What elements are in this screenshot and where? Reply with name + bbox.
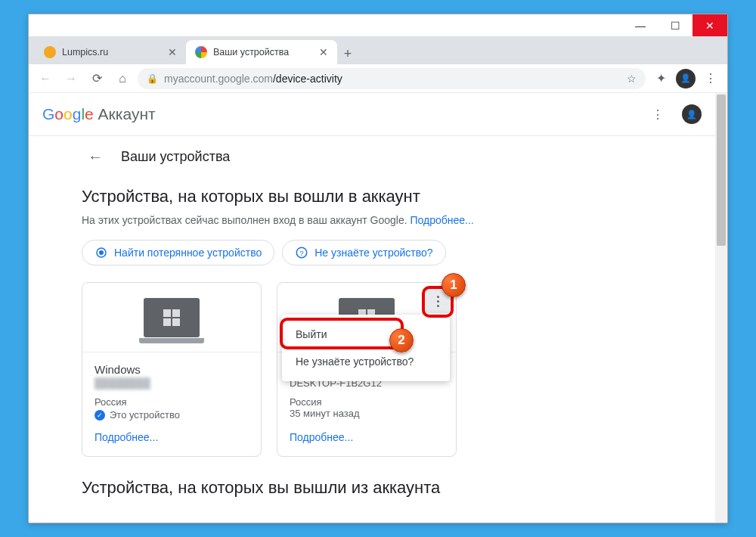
device-sub-blurred: ████████: [94, 377, 249, 389]
device-cards: Windows ████████ Россия ✓ Это устройство…: [82, 282, 670, 457]
lock-icon: 🔒: [147, 73, 158, 84]
maximize-button[interactable]: ☐: [658, 14, 692, 36]
annotation-badge: 2: [389, 328, 414, 352]
home-button[interactable]: ⌂: [112, 68, 133, 89]
page-content: Google Аккаунт ⋮ 👤 ← Ваши устройства Уст…: [29, 93, 727, 523]
device-location: Россия: [94, 396, 249, 408]
sub-header: ← Ваши устройства: [29, 135, 715, 178]
device-more-link[interactable]: Подробнее...: [94, 431, 158, 443]
scroll-thumb[interactable]: [717, 95, 726, 246]
back-button[interactable]: ←: [35, 68, 56, 89]
device-name: Windows: [94, 363, 249, 376]
chrome-menu-icon[interactable]: ⋮: [700, 68, 721, 89]
unknown-device-chip[interactable]: ? Не узнаёте устройство?: [282, 240, 445, 265]
tab-devices[interactable]: Ваши устройства ✕: [186, 40, 337, 64]
window-titlebar: — ☐ ✕: [29, 14, 727, 37]
section2-title: Устройства, на которых вы вышли из аккау…: [82, 478, 670, 498]
section-title: Устройства, на которых вы вошли в аккаун…: [82, 187, 670, 206]
bookmark-icon[interactable]: ☆: [627, 73, 637, 85]
svg-point-1: [100, 251, 104, 255]
new-tab-button[interactable]: +: [337, 43, 358, 64]
device-card[interactable]: Windows ████████ Россия ✓ Это устройство…: [82, 282, 262, 457]
device-location: Россия: [290, 396, 444, 408]
account-avatar[interactable]: 👤: [682, 104, 702, 124]
google-logo[interactable]: Google Аккаунт: [42, 105, 156, 123]
help-icon: ?: [295, 246, 308, 259]
device-card[interactable]: 1 Выйти Не узнаёте устройство? 2 Windows: [277, 282, 457, 457]
tab-title: Ваши устройства: [213, 47, 313, 57]
target-icon: [94, 246, 108, 259]
signout-menuitem[interactable]: Выйти: [282, 321, 450, 348]
browser-window: — ☐ ✕ Lumpics.ru ✕ Ваши устройства ✕ + ←…: [28, 14, 728, 523]
extensions-icon[interactable]: ✦: [650, 71, 671, 85]
annotation-badge: 1: [442, 273, 466, 297]
address-bar: ← → ⟳ ⌂ 🔒 myaccount.google.com/device-ac…: [29, 64, 727, 93]
action-chips: Найти потерянное устройство ? Не узнаёте…: [82, 240, 670, 265]
tab-lumpics[interactable]: Lumpics.ru ✕: [35, 40, 186, 64]
close-button[interactable]: ✕: [692, 14, 727, 36]
back-arrow-icon[interactable]: ←: [42, 148, 103, 166]
close-tab-icon[interactable]: ✕: [168, 46, 177, 58]
header-menu-icon[interactable]: ⋮: [647, 104, 668, 125]
omnibox[interactable]: 🔒 myaccount.google.com/device-activity ☆: [138, 68, 646, 89]
this-device-label: ✓ Это устройство: [94, 409, 249, 421]
tab-strip: Lumpics.ru ✕ Ваши устройства ✕ +: [29, 37, 727, 64]
device-more-link[interactable]: Подробнее...: [290, 431, 353, 443]
close-tab-icon[interactable]: ✕: [319, 46, 328, 58]
check-icon: ✓: [94, 410, 105, 421]
profile-avatar[interactable]: 👤: [676, 69, 696, 88]
section-description: На этих устройствах сейчас выполнен вход…: [82, 214, 670, 226]
google-header: Google Аккаунт ⋮ 👤: [29, 93, 715, 135]
minimize-button[interactable]: —: [623, 14, 658, 36]
svg-text:?: ?: [299, 249, 304, 257]
forward-button[interactable]: →: [60, 68, 82, 89]
device-popup-menu: Выйти Не узнаёте устройство?: [282, 315, 450, 381]
favicon-icon: [44, 46, 56, 58]
url-text: myaccount.google.com/device-activity: [164, 73, 621, 85]
unknown-menuitem[interactable]: Не узнаёте устройство?: [282, 348, 450, 375]
find-device-chip[interactable]: Найти потерянное устройство: [82, 240, 274, 265]
reload-button[interactable]: ⟳: [86, 68, 107, 89]
learn-more-link[interactable]: Подробнее...: [410, 214, 473, 226]
scrollbar[interactable]: [715, 93, 727, 523]
tab-title: Lumpics.ru: [62, 47, 162, 57]
favicon-icon: [195, 46, 207, 58]
device-time: 35 минут назад: [290, 408, 444, 419]
page-title: Ваши устройства: [121, 149, 230, 165]
device-image: [82, 283, 261, 352]
